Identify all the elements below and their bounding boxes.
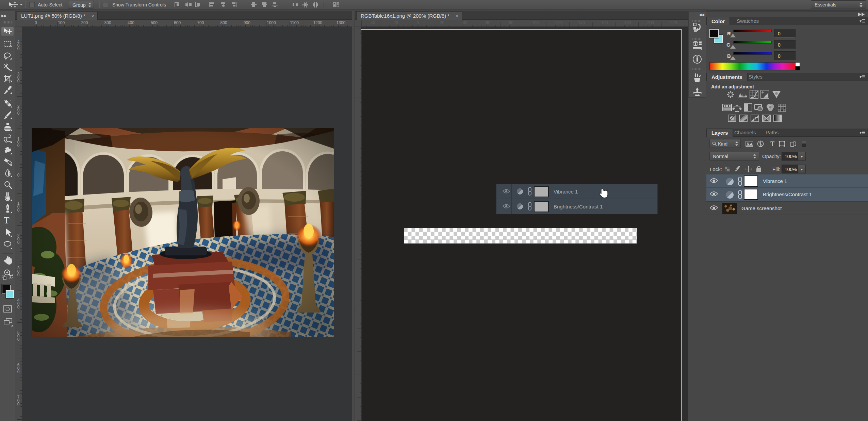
svg-text:T: T [770,140,774,148]
